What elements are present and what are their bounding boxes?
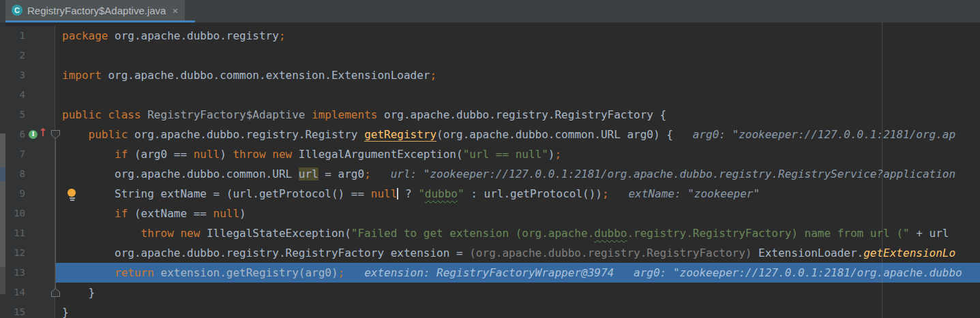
- code-segment: ;: [364, 168, 371, 180]
- code-segment: IllegalStateException(: [207, 227, 351, 240]
- code-segment: + url: [910, 227, 949, 240]
- code-segment: dubbo: [425, 187, 458, 200]
- scrollbar-execution-mark: [0, 168, 5, 181]
- fold-collapse-start-icon[interactable]: [51, 130, 60, 139]
- tab-close-icon[interactable]: ×: [172, 5, 178, 16]
- code-line[interactable]: 5public class RegistryFactory$Adaptive i…: [0, 105, 980, 125]
- code-segment: RegistryFactory$Adaptive: [147, 108, 312, 121]
- code-segment: if: [115, 207, 134, 220]
- code-segment: ": [458, 187, 464, 200]
- code-text[interactable]: }: [55, 283, 980, 302]
- go-to-super-arrow-icon[interactable]: ↑: [38, 126, 47, 140]
- code-segment: : url.getProtocol()): [464, 187, 602, 200]
- line-number[interactable]: 9: [0, 184, 55, 204]
- line-number[interactable]: 11: [0, 223, 55, 243]
- code-text[interactable]: if (extName == null): [55, 204, 980, 223]
- code-text[interactable]: return extension.getRegistry(arg0); exte…: [55, 263, 980, 283]
- code-segment: url: "zookeeper://127.0.0.1:2181/org.apa…: [371, 168, 955, 180]
- code-line[interactable]: 11 throw new IllegalStateException("Fail…: [0, 223, 980, 243]
- code-text[interactable]: org.apache.dubbo.common.URL url = arg0; …: [55, 164, 980, 184]
- fold-icon-fill: [52, 131, 59, 138]
- fold-collapse-end-icon[interactable]: [51, 288, 60, 297]
- code-segment: if: [115, 148, 134, 161]
- code-segment: ": [418, 187, 425, 200]
- code-line[interactable]: 9 String extName = (url.getProtocol() ==…: [0, 184, 980, 204]
- code-editor[interactable]: 1package org.apache.dubbo.registry;23imp…: [0, 22, 980, 318]
- implements-method-gutter-icon[interactable]: I: [29, 130, 38, 139]
- line-number[interactable]: 7: [0, 144, 55, 164]
- code-segment: ): [548, 148, 555, 161]
- right-margin-guide: [882, 22, 882, 318]
- line-number[interactable]: 3: [0, 65, 55, 85]
- code-line[interactable]: 1package org.apache.dubbo.registry;: [0, 26, 980, 46]
- code-segment: throw new: [141, 227, 207, 240]
- code-segment: org.apache.dubbo.registry: [115, 29, 279, 42]
- code-segment: ?: [398, 187, 418, 200]
- code-segment: extension: RegistryFactoryWrapper@3974 a…: [344, 266, 962, 279]
- bulb-base: [70, 197, 75, 199]
- editor-tab-bar: C RegistryFactory$Adaptive.java ×: [0, 0, 980, 22]
- scrollbar-thumb[interactable]: [0, 133, 5, 267]
- code-segment: getExtensionLo: [863, 247, 955, 259]
- tab-registryfactory-adaptive[interactable]: C RegistryFactory$Adaptive.java ×: [5, 0, 185, 20]
- code-text[interactable]: [55, 46, 980, 65]
- code-segment: (org.apache.dubbo.common.URL arg0) {: [436, 128, 673, 141]
- line-number[interactable]: 13: [0, 263, 55, 283]
- code-line[interactable]: 6 public org.apache.dubbo.registry.Regis…: [0, 125, 980, 144]
- code-text[interactable]: org.apache.dubbo.registry.RegistryFactor…: [55, 243, 980, 263]
- tab-title: RegistryFactory$Adaptive.java: [27, 5, 166, 16]
- code-text[interactable]: String extName = (url.getProtocol() == n…: [55, 184, 980, 204]
- code-segment: public: [89, 128, 134, 141]
- line-number[interactable]: 4: [0, 85, 55, 105]
- code-segment: extName: "zookeeper": [609, 187, 760, 200]
- code-segment: IllegalArgumentException(: [299, 148, 463, 161]
- code-line[interactable]: 10 if (extName == null): [0, 204, 980, 223]
- code-text[interactable]: }: [55, 302, 980, 318]
- left-pane-scrollbar: [0, 22, 5, 318]
- line-number[interactable]: 8: [0, 164, 55, 184]
- code-text[interactable]: throw new IllegalStateException("Failed …: [55, 223, 980, 243]
- code-line[interactable]: 14 }: [0, 283, 980, 302]
- code-segment: (arg0 ==: [134, 148, 194, 161]
- code-segment: "url == null": [463, 148, 548, 161]
- code-segment: extension.getRegistry(arg0): [161, 266, 338, 279]
- code-rows: 1package org.apache.dubbo.registry;23imp…: [0, 26, 980, 318]
- code-line[interactable]: 7 if (arg0 == null) throw new IllegalArg…: [0, 144, 980, 164]
- code-segment: ): [220, 148, 233, 161]
- code-line[interactable]: 13 return extension.getRegistry(arg0); e…: [0, 263, 980, 283]
- bulb-glass: [68, 189, 76, 197]
- code-segment: null: [371, 187, 398, 200]
- code-segment: org.apache.dubbo.registry.RegistryFactor…: [384, 108, 666, 121]
- code-segment: (org.apache.dubbo.registry.RegistryFacto…: [469, 247, 758, 259]
- line-number[interactable]: 10: [0, 204, 55, 223]
- code-text[interactable]: package org.apache.dubbo.registry;: [55, 26, 980, 46]
- code-line[interactable]: 2: [0, 46, 980, 65]
- code-segment: return: [115, 266, 160, 279]
- code-text[interactable]: public class RegistryFactory$Adaptive im…: [55, 105, 980, 125]
- intention-bulb-icon[interactable]: [68, 189, 76, 200]
- code-line[interactable]: 12 org.apache.dubbo.registry.RegistryFac…: [0, 243, 980, 263]
- code-line[interactable]: 8 org.apache.dubbo.common.URL url = arg0…: [0, 164, 980, 184]
- code-segment: }: [62, 306, 69, 318]
- line-number[interactable]: 1: [0, 26, 55, 46]
- line-number[interactable]: 5: [0, 105, 55, 125]
- bulb-base: [70, 200, 74, 201]
- code-segment: [62, 207, 115, 220]
- code-line[interactable]: 4: [0, 85, 980, 105]
- code-text[interactable]: public org.apache.dubbo.registry.Registr…: [55, 125, 980, 144]
- code-text[interactable]: [55, 85, 980, 105]
- line-number[interactable]: 2: [0, 46, 55, 65]
- code-line[interactable]: 3import org.apache.dubbo.common.extensio…: [0, 65, 980, 85]
- code-text[interactable]: if (arg0 == null) throw new IllegalArgum…: [55, 144, 980, 164]
- scrollbar-thumb-lower[interactable]: [0, 267, 5, 294]
- code-segment: [62, 148, 115, 161]
- line-number[interactable]: 12: [0, 243, 55, 263]
- code-segment: }: [62, 286, 95, 299]
- code-segment: public class: [62, 108, 147, 121]
- line-number[interactable]: 14: [0, 283, 55, 302]
- code-line[interactable]: 15}: [0, 302, 980, 318]
- line-number[interactable]: 15: [0, 302, 55, 318]
- code-text[interactable]: import org.apache.dubbo.common.extension…: [55, 65, 980, 85]
- code-segment: getRegistry: [364, 128, 436, 142]
- code-segment: ;: [555, 148, 562, 161]
